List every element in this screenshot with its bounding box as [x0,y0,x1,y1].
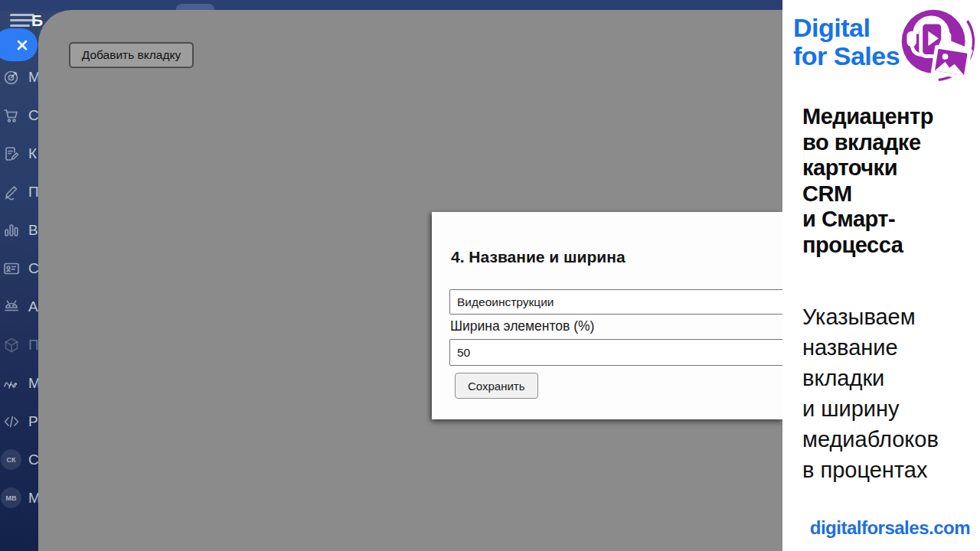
mv-badge-icon: МВ [1,487,21,508]
sidebar-item-label: П [28,184,39,201]
close-icon [16,39,28,51]
bar-chart-icon [2,221,21,240]
sidebar-item-label: А [28,298,38,315]
promo-panel: Digital for Sales Медиацентр во вкладке … [782,0,980,551]
width-input[interactable] [449,339,782,366]
website-link[interactable]: digitalforsales.com [810,517,970,539]
robot-icon [2,298,21,316]
media-logo-icon [896,2,977,90]
promo-description: Указываем название вкладки и ширину меди… [802,302,939,485]
brand-line-1: Digital [793,14,900,42]
sidebar-item-label: К [28,145,37,162]
target-icon [2,68,21,86]
sidebar-item-label: П [28,337,39,354]
sidebar-item-label: С [28,452,39,468]
code-icon [2,412,21,431]
sidebar-item-label: Р [28,413,38,430]
pencil-icon [2,183,21,201]
save-button[interactable]: Сохранить [455,373,538,399]
cube-icon [2,336,21,354]
hamburger-menu-icon[interactable] [10,14,38,28]
cart-icon [2,106,21,125]
waves-icon [2,374,21,393]
width-label: Ширина элементов (%) [450,318,594,334]
promo-heading: Медиацентр во вкладке карточки CRM и Сма… [802,104,933,258]
sidebar-item-label: С [28,260,39,277]
sidebar-item-label: С [28,107,39,124]
brand-wordmark: Digital for Sales [793,14,900,70]
close-banner-button[interactable] [0,28,38,61]
document-icon [2,145,21,163]
sk-badge-icon: СК [1,449,21,470]
add-tab-button[interactable]: Добавить вкладку [69,42,194,68]
tab-name-input[interactable] [449,289,782,315]
brand-line-2: for Sales [793,42,900,70]
dialog-title: 4. Название и ширина [451,248,626,266]
tab-settings-dialog: 4. Название и ширина Ширина элементов (%… [432,212,782,419]
top-bar [0,0,782,11]
sidebar-item-label: В [28,222,38,239]
contact-card-icon [2,259,21,278]
